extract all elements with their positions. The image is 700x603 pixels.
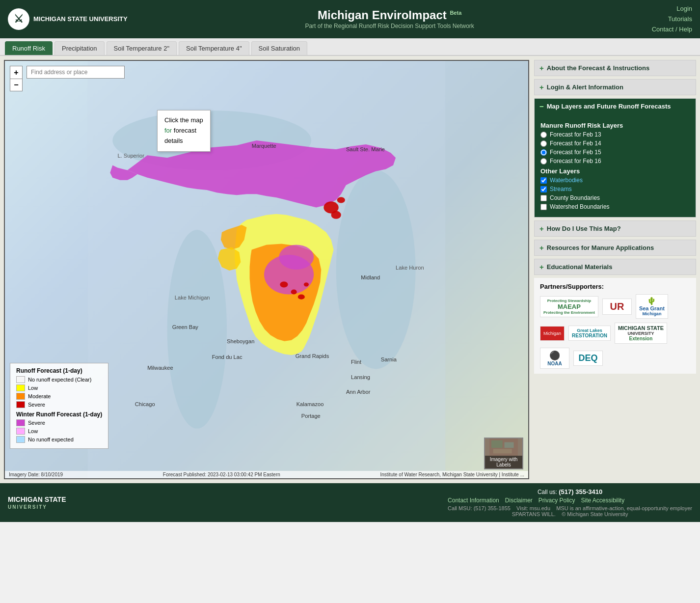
legend-item-winter-none: No runoff expected	[16, 436, 102, 443]
tab-soil-temp-2[interactable]: Soil Temperature 2"	[107, 41, 177, 55]
sidebar-maplayers-header[interactable]: − Map Layers and Future Runoff Forecasts	[535, 99, 696, 114]
footer-center: Call us: (517) 355-3410 Contact Informat…	[448, 488, 692, 517]
forecast-feb15-label: Forecast for Feb 15	[550, 149, 601, 156]
zoom-out-button[interactable]: −	[10, 79, 23, 91]
partners-section: Partners/Supporters: Protecting Stewards…	[534, 278, 696, 374]
forecast-feb13-radio[interactable]	[540, 132, 547, 138]
imagery-thumbnail[interactable]: Imagery with Labels	[484, 438, 523, 469]
app-title: Michigan EnviroImpact Beta	[128, 9, 652, 21]
resources-label: Resources for Manure Applications	[547, 244, 654, 251]
sidebar-resources-header[interactable]: + Resources for Manure Applications	[535, 240, 696, 255]
map-imagery-date: Imagery Date: 8/10/2019	[9, 472, 63, 477]
spartan-icon: ⚔	[8, 8, 29, 30]
legend-item-low: Low	[16, 384, 102, 391]
imagery-thumb-svg	[485, 439, 522, 456]
footer-links: Contact Information Disclaimer Privacy P…	[448, 497, 692, 504]
legend-swatch-low	[16, 384, 25, 391]
waterbodies-item: Waterbodies	[540, 177, 690, 184]
map-footer: Imagery Date: 8/10/2019 Forecast Publish…	[5, 471, 528, 478]
legend-item-winter-low: Low	[16, 428, 102, 435]
footer-visit: Visit: msu.edu	[516, 505, 550, 511]
partner-maeap: Protecting Stewardship MAEAP Protecting …	[540, 296, 598, 317]
partner-ur: UR	[602, 299, 632, 315]
howto-label: How Do I Use This Map?	[547, 225, 621, 232]
tab-soil-saturation[interactable]: Soil Saturation	[251, 41, 308, 55]
disclaimer-link[interactable]: Disclaimer	[505, 497, 533, 504]
login-label: Login & Alert Information	[547, 83, 623, 91]
maplayers-body: Manure Runoff Risk Layers Forecast for F…	[535, 114, 696, 217]
legend-label-winter-severe: Severe	[28, 420, 45, 426]
sidebar-login-header[interactable]: + Login & Alert Information	[535, 80, 696, 95]
sidebar-about-header[interactable]: + About the Forecast & Instructions	[535, 60, 696, 76]
map-tooltip: Click the map for forecast details	[157, 110, 211, 151]
map-container[interactable]: Marquette Sault Ste. Marie Green Bay Mil…	[4, 60, 529, 479]
sidebar-section-maplayers: − Map Layers and Future Runoff Forecasts…	[534, 98, 696, 218]
legend-swatch-severe	[16, 401, 25, 408]
waterbodies-label: Waterbodies	[550, 177, 583, 184]
footer-affirmative: MSU is an affirmative-action, equal-oppo…	[556, 505, 692, 511]
watershed-boundaries-checkbox[interactable]	[540, 204, 547, 210]
app-subtitle: Part of the Regional Runoff Risk Decisio…	[128, 23, 652, 29]
main-content: Marquette Sault Ste. Marie Green Bay Mil…	[0, 56, 700, 483]
forecast-feb16-radio[interactable]	[540, 158, 547, 164]
legend-swatch-winter-severe	[16, 419, 25, 426]
legend-item-moderate: Moderate	[16, 393, 102, 400]
sidebar-educational-header[interactable]: + Educational Materials	[535, 259, 696, 274]
footer-call-msu: Call MSU: (517) 355-1855	[448, 505, 511, 511]
sidebar-section-howto: + How Do I Use This Map?	[534, 220, 696, 237]
contact-info-link[interactable]: Contact Information	[448, 497, 499, 504]
county-boundaries-label: County Boundaries	[550, 194, 600, 201]
search-input[interactable]	[27, 66, 125, 79]
legend-item-clear: No runoff expected (Clear)	[16, 376, 102, 383]
waterbodies-checkbox[interactable]	[540, 177, 547, 184]
forecast-feb14-radio[interactable]	[540, 140, 547, 147]
streams-checkbox[interactable]	[540, 186, 547, 192]
footer-phone-label: Call us:	[538, 489, 557, 495]
forecast-feb15-radio[interactable]	[540, 149, 547, 156]
site-accessibility-link[interactable]: Site Accessibility	[581, 497, 625, 504]
legend-label-low: Low	[28, 385, 38, 391]
map-search-container	[27, 66, 125, 79]
resources-toggle-icon: +	[539, 244, 544, 252]
sidebar: + About the Forecast & Instructions + Lo…	[529, 60, 696, 479]
login-link[interactable]: Login	[652, 4, 692, 14]
legend-swatch-clear	[16, 376, 25, 383]
partners-logos: Protecting Stewardship MAEAP Protecting …	[540, 294, 690, 369]
map-legend: Runoff Forecast (1-day) No runoff expect…	[10, 363, 108, 449]
about-toggle-icon: +	[539, 64, 544, 72]
legend-title-1: Runoff Forecast (1-day)	[16, 367, 102, 374]
sidebar-howto-header[interactable]: + How Do I Use This Map?	[535, 221, 696, 236]
contact-link[interactable]: Contact / Help	[652, 25, 692, 35]
msu-logo: ⚔ MICHIGAN STATE UNIVERSITY	[8, 8, 128, 30]
sidebar-section-educational: + Educational Materials	[534, 259, 696, 275]
footer-msu-logo: MICHIGAN STATE UNIVERSITY	[8, 495, 66, 510]
manure-layers-title: Manure Runoff Risk Layers	[540, 122, 690, 129]
tab-runoff-risk[interactable]: Runoff Risk	[5, 41, 53, 55]
legend-item-severe: Severe	[16, 401, 102, 408]
tab-precipitation[interactable]: Precipitation	[54, 41, 105, 55]
tutorials-link[interactable]: Tutorials	[652, 14, 692, 25]
zoom-in-button[interactable]: +	[10, 66, 23, 79]
sidebar-section-about: + About the Forecast & Instructions	[534, 60, 696, 76]
footer-sub-info: Call MSU: (517) 355-1855 Visit: msu.edu …	[448, 505, 692, 511]
tab-soil-temp-4[interactable]: Soil Temperature 4"	[179, 41, 249, 55]
sidebar-section-resources: + Resources for Manure Applications	[534, 240, 696, 256]
educational-toggle-icon: +	[539, 263, 544, 271]
forecast-feb16-label: Forecast for Feb 16	[550, 158, 601, 164]
footer-phone: (517) 355-3410	[559, 488, 602, 495]
watershed-boundaries-label: Watershed Boundaries	[550, 203, 610, 210]
partner-michigan-logo: Michigan	[540, 326, 565, 341]
msu-text: MICHIGAN STATE UNIVERSITY	[33, 15, 128, 24]
header: ⚔ MICHIGAN STATE UNIVERSITY Michigan Env…	[0, 0, 700, 38]
partner-great-lakes: Great Lakes RESTORATION	[568, 326, 611, 341]
map-zoom-controls: + −	[10, 66, 23, 91]
legend-swatch-winter-none	[16, 436, 25, 443]
footer: MICHIGAN STATE UNIVERSITY Call us: (517)…	[0, 483, 700, 522]
svg-rect-33	[505, 442, 514, 448]
svg-rect-34	[493, 449, 512, 454]
svg-rect-32	[491, 440, 503, 448]
privacy-policy-link[interactable]: Privacy Policy	[538, 497, 575, 504]
imagery-label: Imagery with Labels	[485, 456, 522, 468]
county-boundaries-checkbox[interactable]	[540, 195, 547, 201]
legend-label-winter-low: Low	[28, 428, 38, 434]
